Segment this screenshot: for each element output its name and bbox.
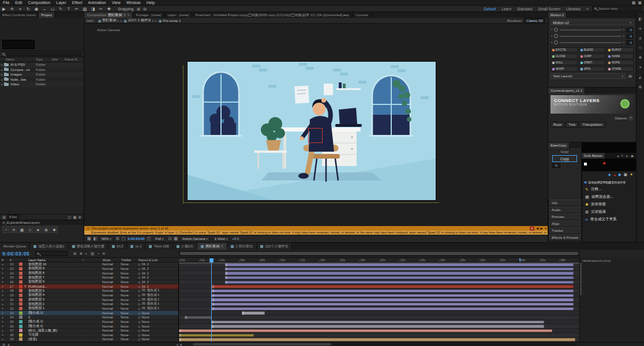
pickwhip-icon[interactable]: ◎ [138,325,140,328]
bottom-tab-9[interactable]: 222个人物作业 [257,243,292,250]
motion-button-burst[interactable]: BURST [606,47,634,52]
anchor-icon[interactable]: ✛ [639,27,642,31]
hand-tool[interactable]: ✛ [8,6,16,12]
layer-bar[interactable] [179,329,552,333]
layer-bar[interactable] [225,272,574,275]
connect-tree-button[interactable]: Tree [566,122,578,127]
bottom-tab-0[interactable]: Render Queue [0,243,30,250]
new-composition-icon[interactable]: ▦ [73,215,76,220]
motion-button-name[interactable]: NAME [606,54,634,59]
motion-parameter-0[interactable]: ‹›0 [548,27,636,33]
blend-mode-select[interactable]: Normal [102,307,121,310]
flower-icon[interactable]: ✿ [43,226,50,233]
motion-button-clone[interactable]: CLONE [551,54,578,59]
hide-shy-icon[interactable]: ◐ [85,251,88,256]
viewer-tab-layer[interactable]: Layer:(none) [164,12,192,18]
parent-link-select[interactable]: ◎None [138,333,178,337]
pickwhip-icon[interactable]: ◎ [138,280,140,284]
duik-highlight-tool[interactable]: ◈ 自动化绑定和创建反向动力学 [582,178,636,186]
connect-layers-tab[interactable]: ConnectLayers_v1.1 [548,88,585,93]
label-color-chip[interactable] [19,298,23,302]
bottom-tab-6[interactable]: 人物2次 [173,243,197,250]
panel-menu-icon[interactable]: ≡ [123,13,126,17]
trkmat-select[interactable]: None [121,294,138,297]
layer-switches[interactable]: ∙∙ [80,280,102,284]
panel-tab-effect-controls-none[interactable]: Effect Controls (none) [0,12,39,18]
current-time-indicator[interactable] [211,262,212,342]
script-panel-tab[interactable]: zl_ExplodeShapeLayers [0,220,84,225]
refresh-icon[interactable]: ↻ [626,154,628,158]
timeline-track[interactable] [179,337,579,342]
chevron-left-icon[interactable]: ‹ [551,34,552,38]
layer-switches[interactable]: ∙∙ [80,285,102,288]
layer-name-column-header[interactable]: Layer Name [28,258,81,262]
layer-switches[interactable]: ∙∙ [80,311,102,315]
help-search-box[interactable]: Search Help [592,6,642,11]
parent-link-select[interactable]: ◎34. 2 [138,285,178,288]
task-launch-button[interactable]: ▤ [627,73,634,79]
parent-link-select[interactable]: ◎34. 2 [138,267,178,270]
timeline-track[interactable] [179,329,579,333]
graph-editor-icon[interactable]: ≋ [102,251,105,256]
menu-view[interactable]: View [109,0,123,6]
menu-file[interactable]: File [0,0,12,6]
layer-switches[interactable]: ∙∙ [80,262,102,266]
pen-tool[interactable]: ✎ [57,6,65,12]
timeline-track[interactable] [179,289,579,294]
pickwhip-icon[interactable]: ◎ [138,289,140,292]
layer-bar[interactable] [179,338,575,341]
panel-tab-audio[interactable]: Audio [548,206,582,213]
timeline-vertical-scrollbar[interactable] [580,263,582,295]
project-search-input[interactable] [6,52,81,56]
help-button[interactable]: ? [628,116,633,121]
ease-copy-value[interactable]: 0 [552,163,560,168]
timeline-track[interactable] [179,294,579,298]
knob-icon[interactable] [554,28,558,32]
label-color-chip[interactable] [19,272,23,275]
layer-row[interactable]: ●35[预合成 1]∙∙NormalNone◎None [0,320,178,325]
rotation-tool[interactable]: ↻ [24,6,32,12]
trkmat-select[interactable]: None [121,262,138,266]
visibility-icon[interactable]: ● [0,320,5,323]
maximize-icon[interactable]: ▣ [638,0,642,6]
motion-button-excite[interactable]: EXCITE [551,47,578,52]
record-icon[interactable]: ● [613,173,616,177]
blend-mode-select[interactable]: Normal [102,315,121,319]
layer-bar[interactable] [225,281,574,284]
trkmat-select[interactable]: None [121,320,138,324]
timeline-track[interactable] [179,315,579,320]
roto-brush-tool[interactable]: ✂ [97,6,105,12]
motion-version-select[interactable]: Motion v2 ▾ [551,20,634,25]
trkmat-select[interactable]: None [121,329,138,332]
workspace-switch-icon[interactable]: ▦ [632,0,636,6]
trkmat-select[interactable]: None [121,280,138,284]
project-item[interactable]: ▸Nulls...lidsFolder [0,77,84,82]
label-color-chip[interactable] [19,262,23,266]
parent-link-select[interactable]: ◎None [138,320,178,324]
twirl-icon[interactable]: ▸ [0,63,4,66]
label-color-chip[interactable] [19,307,23,310]
workspace-overflow-icon[interactable]: » [586,7,589,11]
parent-link-select[interactable]: ◎None [138,315,178,319]
panel-tab-tracker[interactable]: Tracker [548,227,582,234]
layer-row[interactable]: ●24射线图层 8∙∙NormalNone◎34. 2 [0,271,178,276]
blend-mode-select[interactable]: Normal [102,320,121,324]
label-color-chip[interactable] [19,276,23,279]
character-panel-icon[interactable]: A [639,36,641,40]
expand-layers-icon[interactable]: ▤ [2,343,5,346]
timeline-track[interactable] [179,280,579,285]
mode-column-header[interactable]: Mode [103,258,121,262]
project-column-type[interactable]: Type [36,58,52,61]
twirl-icon[interactable]: ▸ [0,78,4,81]
layer-switches[interactable]: ∙∙ [80,267,102,270]
duik-tool-3[interactable]: ⊞父层链接 [582,208,636,216]
pan-behind-tool[interactable]: ↔ [40,6,48,12]
timeline-track[interactable] [179,333,579,338]
layer-row[interactable]: ●23射线图层 9∙∙NormalNone◎34. 2 [0,267,178,272]
current-time-display[interactable]: 0:00:03:05 [2,251,29,257]
trkmat-select[interactable]: None [121,311,138,315]
mask-icon[interactable]: ◇ [639,46,642,50]
blend-mode-select[interactable]: Normal [102,280,121,284]
blend-mode-select[interactable]: Normal [102,329,121,332]
layer-bar[interactable] [242,311,265,315]
